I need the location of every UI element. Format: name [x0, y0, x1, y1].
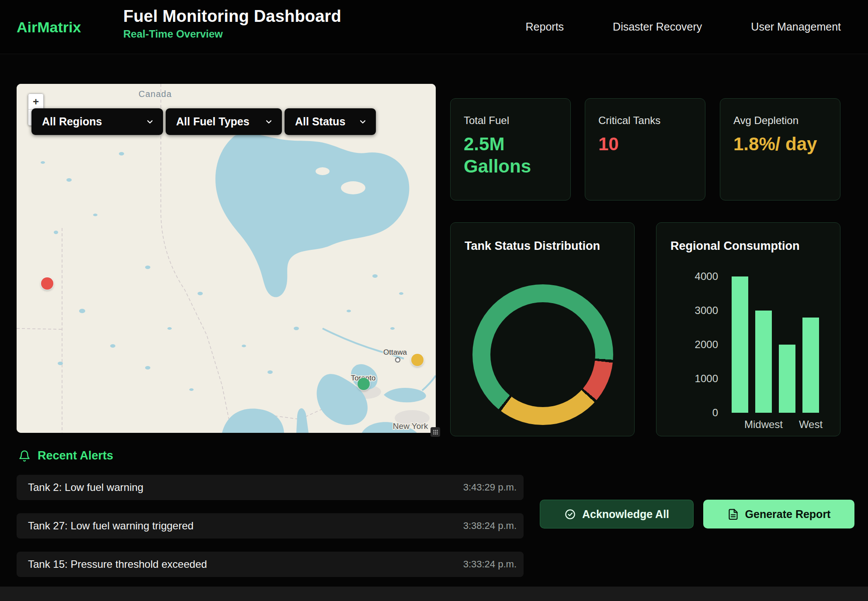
fuel-type-filter-label: All Fuel Types — [176, 115, 250, 128]
tank-marker-warning[interactable] — [411, 354, 424, 366]
alert-row[interactable]: Tank 27: Low fuel warning triggered 3:38… — [17, 513, 524, 539]
zoom-in-button[interactable]: + — [28, 94, 43, 110]
document-icon — [727, 508, 739, 520]
title-block: Fuel Monitoring Dashboard Real-Time Over… — [123, 7, 341, 40]
alert-row[interactable]: Tank 15: Pressure threshold exceeded 3:3… — [17, 552, 524, 577]
app-header: AirMatrix Fuel Monitoring Dashboard Real… — [0, 0, 868, 54]
ottawa-city-dot — [396, 358, 400, 362]
chevron-down-icon — [146, 117, 154, 126]
alert-row[interactable]: Tank 2: Low fuel warning 3:43:29 p.m. — [17, 475, 524, 500]
grip-dots-icon — [433, 429, 438, 435]
alert-message: Tank 2: Low fuel warning — [28, 481, 143, 494]
y-axis-tick: 2000 — [656, 339, 718, 350]
check-circle-icon — [564, 508, 576, 520]
region-filter-label: All Regions — [42, 115, 102, 128]
donut-chart-hole — [490, 302, 595, 407]
nav-reports[interactable]: Reports — [526, 21, 564, 33]
chevron-down-icon — [264, 117, 273, 126]
footer-bar — [0, 587, 868, 601]
alert-timestamp: 3:33:24 p.m. — [463, 559, 517, 570]
tank-marker-normal[interactable] — [358, 378, 370, 390]
generate-report-label: Generate Report — [745, 508, 831, 521]
stat-card-avg-depletion: Avg Depletion 1.8%/ day — [720, 98, 840, 200]
regional-consumption-card: Regional Consumption 4000 3000 2000 1000… — [656, 222, 840, 436]
generate-report-button[interactable]: Generate Report — [703, 500, 854, 528]
map-filter-bar: All Regions All Fuel Types All Status — [31, 108, 376, 135]
alert-message: Tank 15: Pressure threshold exceeded — [28, 558, 207, 570]
alert-message: Tank 27: Low fuel warning triggered — [28, 520, 194, 532]
x-axis-label-west: West — [780, 418, 841, 431]
bar-2 — [779, 345, 795, 413]
bell-icon — [18, 450, 31, 462]
map-label-new-york: New York — [393, 421, 428, 431]
y-axis-tick: 4000 — [656, 271, 718, 282]
alerts-header: Recent Alerts — [18, 449, 113, 463]
stat-value-total-fuel: 2.5M Gallons — [464, 133, 557, 177]
y-axis-tick: 0 — [656, 408, 718, 418]
alert-timestamp: 3:43:29 p.m. — [463, 482, 517, 493]
fuel-map[interactable]: Canada Ottawa Toronto New York + − All R… — [17, 84, 436, 433]
stat-label: Avg Depletion — [733, 114, 827, 127]
bar-plot — [732, 276, 819, 413]
acknowledge-all-label: Acknowledge All — [582, 508, 669, 521]
tank-status-card: Tank Status Distribution — [450, 222, 635, 436]
alerts-title: Recent Alerts — [38, 449, 113, 463]
donut-chart-title: Tank Status Distribution — [465, 239, 620, 253]
bar-1 — [755, 311, 772, 413]
stat-label: Critical Tanks — [598, 114, 692, 127]
chevron-down-icon — [358, 117, 367, 126]
nav-disaster-recovery[interactable]: Disaster Recovery — [613, 21, 702, 33]
bar-3 — [802, 318, 819, 413]
stat-card-total-fuel: Total Fuel 2.5M Gallons — [450, 98, 571, 200]
map-resize-handle[interactable] — [431, 427, 440, 437]
stat-value-avg-depletion: 1.8%/ day — [733, 133, 827, 155]
bar-0 — [732, 276, 748, 413]
nav-user-management[interactable]: User Management — [751, 21, 841, 33]
acknowledge-all-button[interactable]: Acknowledge All — [540, 500, 694, 528]
stat-card-critical-tanks: Critical Tanks 10 — [585, 98, 705, 200]
y-axis-tick: 3000 — [656, 305, 718, 316]
brand-logo: AirMatrix — [17, 18, 81, 35]
alert-timestamp: 3:38:24 p.m. — [463, 520, 517, 532]
stat-value-critical-tanks: 10 — [598, 133, 692, 155]
status-filter-label: All Status — [295, 115, 345, 128]
map-label-ottawa: Ottawa — [383, 348, 407, 356]
y-axis-tick: 1000 — [656, 373, 718, 384]
map-canvas: Canada Ottawa Toronto New York — [17, 84, 436, 433]
page-title: Fuel Monitoring Dashboard — [123, 7, 341, 26]
main-nav: Reports Disaster Recovery User Managemen… — [526, 0, 841, 54]
status-filter-dropdown[interactable]: All Status — [285, 108, 376, 135]
bar-chart-title: Regional Consumption — [670, 239, 826, 253]
fuel-type-filter-dropdown[interactable]: All Fuel Types — [166, 108, 282, 135]
page-subtitle: Real-Time Overview — [123, 28, 341, 40]
donut-chart-ring — [472, 284, 613, 425]
tank-marker-critical[interactable] — [41, 277, 53, 290]
stat-label: Total Fuel — [464, 114, 557, 127]
dashboard-root: AirMatrix Fuel Monitoring Dashboard Real… — [0, 0, 868, 601]
map-label-canada: Canada — [139, 89, 172, 99]
region-filter-dropdown[interactable]: All Regions — [31, 108, 163, 135]
